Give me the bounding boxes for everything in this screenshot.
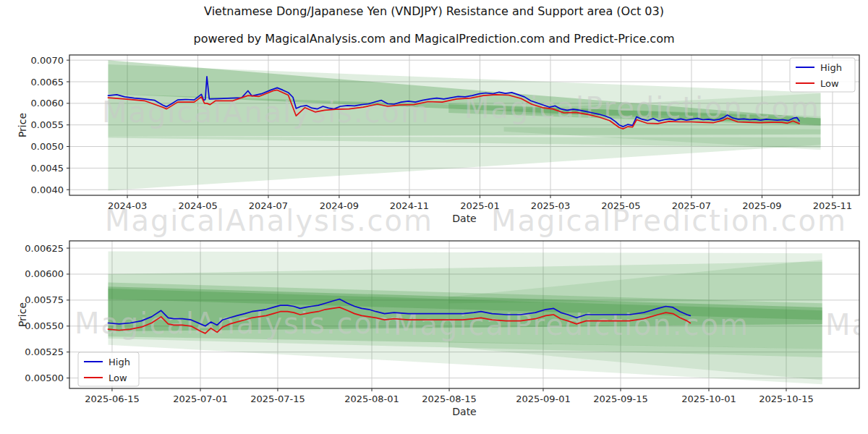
x-axis-label: Date — [452, 406, 476, 417]
x-tick-label: 2025-09-15 — [593, 393, 648, 404]
y-tick-label: 0.0040 — [31, 184, 64, 195]
y-tick-label: 0.0055 — [31, 119, 64, 130]
watermark-text: MagicalAnalysis.com — [825, 308, 868, 341]
legend-entry-label: High — [820, 62, 842, 73]
legend-entry-label: High — [109, 357, 130, 367]
x-axis-label: Date — [452, 213, 476, 224]
legend-entry-label: Low — [820, 78, 839, 89]
y-tick-label: 0.00525 — [25, 346, 64, 357]
y-tick-label: 0.0060 — [31, 98, 64, 109]
y-tick-label: 0.00500 — [25, 373, 64, 383]
plot-area: MagicalAnalysis.comMagicalPrediction.com… — [75, 251, 868, 384]
support-resistance-band — [109, 137, 821, 191]
x-tick-label: 2025-06-15 — [85, 393, 140, 404]
y-tick-label: 0.00600 — [25, 268, 64, 279]
subplot-0: MagicalAnalysis.comMagicalPrediction.com… — [17, 55, 859, 224]
subplot-1: MagicalAnalysis.comMagicalPrediction.com… — [17, 241, 868, 417]
x-tick-label: 2025-07-01 — [173, 393, 228, 404]
legend: HighLow — [78, 352, 139, 386]
y-tick-label: 0.0065 — [31, 77, 64, 88]
y-tick-label: 0.0070 — [31, 55, 64, 66]
x-tick-label: 2025-08-01 — [344, 393, 399, 404]
y-tick-label: 0.00625 — [25, 243, 64, 254]
x-tick-label: 2025-09-01 — [516, 393, 571, 404]
x-tick-label: 2025-10-15 — [759, 393, 814, 404]
y-tick-label: 0.0050 — [31, 141, 64, 152]
charts-canvas: MagicalAnalysis.comMagicalPrediction.com… — [0, 0, 868, 434]
y-axis-label: Price — [17, 113, 28, 137]
legend: HighLow — [790, 58, 855, 92]
x-tick-label: 2025-07-15 — [250, 393, 305, 404]
y-tick-label: 0.00550 — [25, 320, 64, 331]
plot-area: MagicalAnalysis.comMagicalPrediction.com — [102, 60, 821, 190]
y-tick-label: 0.0045 — [31, 163, 64, 174]
figure: Vietnamese Dong/Japanese Yen (VNDJPY) Re… — [0, 0, 868, 434]
x-tick-label: 2025-08-15 — [422, 393, 477, 404]
y-tick-label: 0.00575 — [25, 294, 64, 305]
x-tick-label: 2025-10-01 — [681, 393, 736, 404]
watermark-text: MagicalPrediction.com — [491, 204, 847, 237]
watermark-text: MagicalAnalysis.com — [105, 204, 433, 237]
y-axis-label: Price — [17, 302, 28, 327]
legend-entry-label: Low — [109, 373, 127, 383]
